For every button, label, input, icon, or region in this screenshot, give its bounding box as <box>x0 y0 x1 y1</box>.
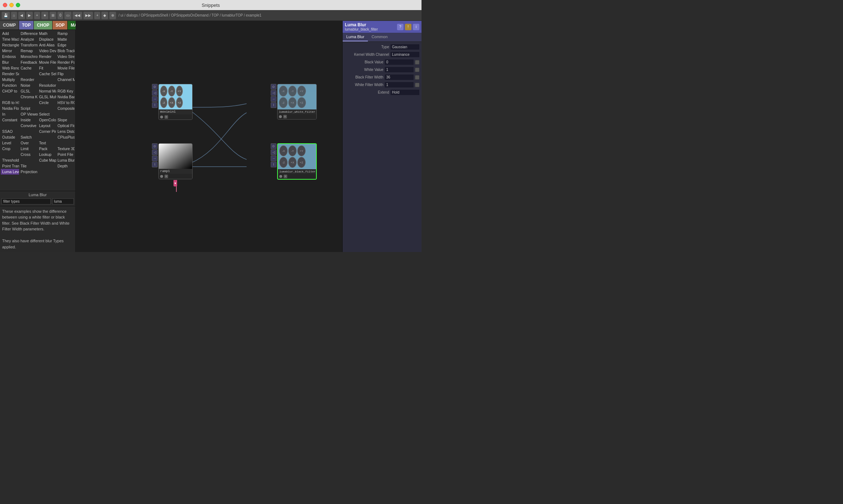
param-value[interactable]: Luminance <box>391 52 419 57</box>
tab-comp[interactable]: COMP <box>0 21 19 30</box>
op-item[interactable]: CPlusPlus <box>56 134 75 140</box>
op-item[interactable] <box>38 163 56 169</box>
op-item[interactable]: Nvidia Background <box>56 94 75 100</box>
index-button[interactable]: 0 <box>57 12 64 19</box>
op-item[interactable]: Mirror <box>1 48 19 54</box>
op-item[interactable]: Matte <box>56 36 75 42</box>
op-item[interactable]: HSV to RGB <box>56 100 75 105</box>
node-wave-btn-w[interactable]: ⌇ <box>271 102 276 108</box>
canvas-area[interactable]: ⊙ ◁ → ⌇ -X -Y +Y -Z +X +Z moviein1 <box>76 21 342 252</box>
search-input[interactable] <box>1 198 51 204</box>
op-item[interactable]: Depth <box>56 163 75 169</box>
op-item[interactable]: Movie File In <box>38 59 56 65</box>
op-item[interactable]: Edge <box>56 42 75 48</box>
ramp-plus[interactable]: + <box>164 175 168 178</box>
op-item[interactable]: Layout <box>38 123 56 129</box>
op-item[interactable]: Optical Flow <box>56 123 75 129</box>
node-lumablur-black[interactable]: ⊙ ◁ → ⌇ -X -Y +Y -Z +X +Z lumablur_black… <box>277 143 317 180</box>
op-item[interactable] <box>19 100 37 105</box>
op-item[interactable]: Monochrome <box>19 54 37 59</box>
node-wave-btn-b[interactable]: ⌇ <box>271 162 276 167</box>
op-item[interactable]: Function <box>1 82 19 88</box>
op-item[interactable]: Over <box>19 140 37 146</box>
op-item[interactable]: Point Transform <box>1 163 19 169</box>
op-item[interactable]: Luma Blur <box>56 157 75 163</box>
op-item[interactable] <box>56 82 75 88</box>
bookmark2-button[interactable]: ◆ <box>101 12 108 19</box>
op-item[interactable]: Text <box>38 140 56 146</box>
param-value[interactable]: 0 <box>385 59 414 65</box>
node-lumablur-white[interactable]: ⊙ ◁ → ⌇ -X -Y +Y -Z +X +Z lumablur_white… <box>277 84 317 120</box>
op-item[interactable]: GLSL Multi <box>38 94 56 100</box>
op-item[interactable]: Video Device In <box>38 48 56 54</box>
param-slider-btn[interactable] <box>415 68 419 72</box>
op-item[interactable] <box>56 111 75 117</box>
op-item[interactable]: Feedback <box>19 59 37 65</box>
back2-button[interactable]: ◀◀ <box>72 12 82 19</box>
op-item[interactable]: Slope <box>56 117 75 123</box>
tab-chop[interactable]: CHOP <box>34 21 53 30</box>
warning-icon[interactable]: ! <box>405 24 411 30</box>
op-item[interactable] <box>38 169 56 175</box>
node-view-btn-r[interactable]: ⊙ <box>152 143 158 149</box>
node-view-btn[interactable]: ⊙ <box>152 84 158 90</box>
param-slider-btn[interactable] <box>415 60 419 64</box>
op-item[interactable]: Texture 3D <box>56 146 75 152</box>
op-item[interactable] <box>19 71 37 77</box>
add2-button[interactable]: + <box>94 12 100 19</box>
op-item[interactable]: Limit <box>19 146 37 152</box>
op-item[interactable]: Render Select <box>1 71 19 77</box>
node-arrow-btn-w[interactable]: → <box>271 96 276 102</box>
op-item[interactable]: RGB Key <box>56 88 75 94</box>
op-item[interactable] <box>1 123 19 129</box>
op-item[interactable]: Flip <box>56 71 75 77</box>
node-camera-btn-r[interactable]: ◁ <box>152 149 158 155</box>
op-item[interactable]: Ramp <box>56 31 75 36</box>
op-item[interactable] <box>56 169 75 175</box>
op-item[interactable]: Add <box>1 31 19 36</box>
rpanel-tab-lumablur[interactable]: Luma Blur <box>343 33 368 41</box>
maximize-button[interactable] <box>16 3 20 7</box>
op-item[interactable] <box>38 105 56 111</box>
node-view-btn-w[interactable]: ⊙ <box>271 84 276 90</box>
node-arrow-btn-b[interactable]: → <box>271 156 276 161</box>
home-button[interactable]: ⌂ <box>11 12 17 19</box>
op-item[interactable]: Switch <box>19 134 37 140</box>
param-slider-btn[interactable] <box>415 83 419 87</box>
op-item[interactable]: Normal Map <box>38 88 56 94</box>
back-button[interactable]: ◀ <box>18 12 25 19</box>
bb-plus[interactable]: + <box>284 175 287 178</box>
forward-button[interactable]: ▶ <box>26 12 33 19</box>
op-item[interactable]: Constant <box>1 117 19 123</box>
param-value[interactable]: 1 <box>385 67 414 72</box>
op-item[interactable] <box>38 134 56 140</box>
op-item[interactable]: Rectangle <box>1 42 19 48</box>
node-camera-btn-w[interactable]: ◁ <box>271 90 276 96</box>
op-item[interactable]: Blur <box>1 59 19 65</box>
save-button[interactable]: 💾 <box>1 12 10 19</box>
param-value[interactable]: Gaussian <box>391 44 419 50</box>
op-item[interactable]: Convolve <box>19 123 37 129</box>
node-moviein1[interactable]: ⊙ ◁ → ⌇ -X -Y +Y -Z +X +Z moviein1 <box>158 84 193 120</box>
op-item[interactable]: Tile <box>19 163 37 169</box>
op-item[interactable]: Level <box>1 140 19 146</box>
op-item[interactable]: CHOP to <box>1 88 19 94</box>
param-value[interactable]: Hold <box>391 90 419 95</box>
op-item[interactable]: In <box>1 111 19 117</box>
minimize-button[interactable] <box>9 3 14 7</box>
op-item[interactable]: Transform <box>19 42 37 48</box>
op-item[interactable]: GLSL <box>19 88 37 94</box>
path-icon[interactable]: ⊞ <box>49 12 57 19</box>
op-item[interactable]: OP Viewer <box>19 111 37 117</box>
view-button[interactable]: ▭ <box>64 12 72 19</box>
op-item[interactable]: Select <box>38 111 56 117</box>
op-item[interactable]: Emboss <box>1 54 19 59</box>
op-item[interactable]: Cache Select <box>38 71 56 77</box>
op-item[interactable] <box>1 152 19 157</box>
close-button[interactable] <box>3 3 7 7</box>
node-view-btn-b[interactable]: ⊙ <box>271 143 276 149</box>
op-item[interactable]: Channel Mix <box>56 77 75 82</box>
op-item[interactable]: Cache <box>19 65 37 71</box>
op-item[interactable]: Lens Distort <box>56 129 75 134</box>
op-item[interactable]: SSAO <box>1 129 19 134</box>
